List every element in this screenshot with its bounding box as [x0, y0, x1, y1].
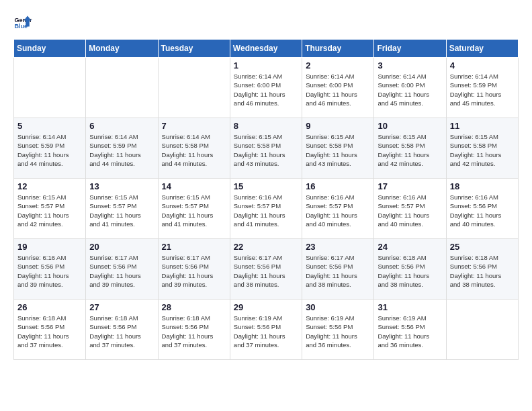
day-details: Sunrise: 6:16 AM Sunset: 5:57 PM Dayligh…	[306, 193, 370, 228]
calendar-cell: 10Sunrise: 6:15 AM Sunset: 5:58 PM Dayli…	[374, 118, 446, 179]
day-number: 12	[17, 181, 82, 191]
day-number: 4	[450, 60, 515, 71]
day-details: Sunrise: 6:15 AM Sunset: 5:58 PM Dayligh…	[378, 132, 442, 168]
day-number: 2	[306, 60, 370, 71]
calendar-cell: 21Sunrise: 6:17 AM Sunset: 5:56 PM Dayli…	[158, 239, 230, 300]
day-number: 7	[162, 121, 226, 131]
day-number: 28	[162, 302, 226, 312]
col-header-saturday: Saturday	[446, 40, 518, 58]
calendar-cell: 24Sunrise: 6:18 AM Sunset: 5:56 PM Dayli…	[374, 239, 446, 300]
calendar-cell: 19Sunrise: 6:16 AM Sunset: 5:56 PM Dayli…	[14, 239, 86, 300]
week-row-1: 1Sunrise: 6:14 AM Sunset: 6:00 PM Daylig…	[14, 58, 519, 118]
day-details: Sunrise: 6:19 AM Sunset: 5:56 PM Dayligh…	[306, 314, 370, 349]
week-row-3: 12Sunrise: 6:15 AM Sunset: 5:57 PM Dayli…	[14, 179, 519, 239]
calendar-cell: 23Sunrise: 6:17 AM Sunset: 5:56 PM Dayli…	[302, 239, 374, 300]
day-number: 13	[89, 181, 154, 191]
day-number: 14	[162, 181, 226, 191]
calendar-cell: 22Sunrise: 6:17 AM Sunset: 5:56 PM Dayli…	[230, 239, 302, 300]
col-header-wednesday: Wednesday	[230, 40, 302, 58]
day-details: Sunrise: 6:15 AM Sunset: 5:58 PM Dayligh…	[306, 132, 370, 168]
calendar-cell: 15Sunrise: 6:16 AM Sunset: 5:57 PM Dayli…	[230, 179, 302, 239]
calendar-cell: 18Sunrise: 6:16 AM Sunset: 5:56 PM Dayli…	[446, 179, 518, 239]
calendar-cell	[158, 58, 230, 118]
day-number: 30	[306, 302, 370, 312]
calendar-cell: 4Sunrise: 6:14 AM Sunset: 5:59 PM Daylig…	[446, 58, 518, 118]
day-details: Sunrise: 6:19 AM Sunset: 5:56 PM Dayligh…	[378, 314, 442, 349]
day-details: Sunrise: 6:14 AM Sunset: 6:00 PM Dayligh…	[378, 72, 442, 107]
day-details: Sunrise: 6:15 AM Sunset: 5:57 PM Dayligh…	[162, 193, 226, 228]
day-number: 9	[306, 121, 370, 131]
page-header: General Blue	[13, 13, 519, 32]
col-header-tuesday: Tuesday	[158, 40, 230, 58]
calendar-cell	[14, 58, 86, 118]
day-details: Sunrise: 6:16 AM Sunset: 5:56 PM Dayligh…	[17, 253, 82, 289]
calendar-cell: 26Sunrise: 6:18 AM Sunset: 5:56 PM Dayli…	[14, 300, 86, 360]
calendar-cell: 29Sunrise: 6:19 AM Sunset: 5:56 PM Dayli…	[230, 300, 302, 360]
calendar-cell: 25Sunrise: 6:18 AM Sunset: 5:56 PM Dayli…	[446, 239, 518, 300]
day-details: Sunrise: 6:14 AM Sunset: 6:00 PM Dayligh…	[306, 72, 370, 107]
day-number: 21	[162, 242, 226, 252]
day-number: 25	[450, 242, 515, 252]
calendar-cell: 14Sunrise: 6:15 AM Sunset: 5:57 PM Dayli…	[158, 179, 230, 239]
day-details: Sunrise: 6:15 AM Sunset: 5:58 PM Dayligh…	[450, 132, 515, 168]
logo: General Blue	[13, 13, 32, 32]
calendar-body: 1Sunrise: 6:14 AM Sunset: 6:00 PM Daylig…	[14, 58, 519, 360]
day-details: Sunrise: 6:14 AM Sunset: 5:59 PM Dayligh…	[17, 132, 82, 168]
day-details: Sunrise: 6:17 AM Sunset: 5:56 PM Dayligh…	[89, 253, 154, 289]
day-details: Sunrise: 6:18 AM Sunset: 5:56 PM Dayligh…	[162, 314, 226, 349]
calendar-cell: 2Sunrise: 6:14 AM Sunset: 6:00 PM Daylig…	[302, 58, 374, 118]
week-row-4: 19Sunrise: 6:16 AM Sunset: 5:56 PM Dayli…	[14, 239, 519, 300]
day-number: 1	[234, 60, 298, 71]
calendar-cell: 17Sunrise: 6:16 AM Sunset: 5:57 PM Dayli…	[374, 179, 446, 239]
col-header-sunday: Sunday	[14, 40, 86, 58]
day-number: 31	[378, 302, 442, 312]
week-row-5: 26Sunrise: 6:18 AM Sunset: 5:56 PM Dayli…	[14, 300, 519, 360]
svg-text:Blue: Blue	[14, 23, 28, 30]
day-details: Sunrise: 6:14 AM Sunset: 5:59 PM Dayligh…	[89, 132, 154, 168]
day-number: 24	[378, 242, 442, 252]
calendar-cell: 12Sunrise: 6:15 AM Sunset: 5:57 PM Dayli…	[14, 179, 86, 239]
calendar-cell: 30Sunrise: 6:19 AM Sunset: 5:56 PM Dayli…	[302, 300, 374, 360]
calendar-table: SundayMondayTuesdayWednesdayThursdayFrid…	[13, 39, 519, 360]
calendar-cell: 7Sunrise: 6:14 AM Sunset: 5:58 PM Daylig…	[158, 118, 230, 179]
day-number: 20	[89, 242, 154, 252]
calendar-cell: 20Sunrise: 6:17 AM Sunset: 5:56 PM Dayli…	[86, 239, 158, 300]
day-details: Sunrise: 6:15 AM Sunset: 5:58 PM Dayligh…	[234, 132, 298, 168]
calendar-cell: 11Sunrise: 6:15 AM Sunset: 5:58 PM Dayli…	[446, 118, 518, 179]
day-number: 27	[89, 302, 154, 312]
calendar-cell: 31Sunrise: 6:19 AM Sunset: 5:56 PM Dayli…	[374, 300, 446, 360]
col-header-friday: Friday	[374, 40, 446, 58]
calendar-header-row: SundayMondayTuesdayWednesdayThursdayFrid…	[14, 40, 519, 58]
day-number: 23	[306, 242, 370, 252]
day-details: Sunrise: 6:14 AM Sunset: 6:00 PM Dayligh…	[234, 72, 298, 107]
day-details: Sunrise: 6:18 AM Sunset: 5:56 PM Dayligh…	[17, 314, 82, 349]
day-number: 5	[17, 121, 82, 131]
day-number: 29	[234, 302, 298, 312]
calendar-cell: 1Sunrise: 6:14 AM Sunset: 6:00 PM Daylig…	[230, 58, 302, 118]
calendar-cell: 27Sunrise: 6:18 AM Sunset: 5:56 PM Dayli…	[86, 300, 158, 360]
calendar-cell: 9Sunrise: 6:15 AM Sunset: 5:58 PM Daylig…	[302, 118, 374, 179]
calendar-cell: 3Sunrise: 6:14 AM Sunset: 6:00 PM Daylig…	[374, 58, 446, 118]
calendar-cell	[86, 58, 158, 118]
day-details: Sunrise: 6:19 AM Sunset: 5:56 PM Dayligh…	[234, 314, 298, 349]
calendar-cell: 6Sunrise: 6:14 AM Sunset: 5:59 PM Daylig…	[86, 118, 158, 179]
week-row-2: 5Sunrise: 6:14 AM Sunset: 5:59 PM Daylig…	[14, 118, 519, 179]
day-details: Sunrise: 6:17 AM Sunset: 5:56 PM Dayligh…	[234, 253, 298, 289]
day-details: Sunrise: 6:16 AM Sunset: 5:57 PM Dayligh…	[378, 193, 442, 228]
day-number: 8	[234, 121, 298, 131]
day-details: Sunrise: 6:16 AM Sunset: 5:56 PM Dayligh…	[450, 193, 515, 228]
day-number: 26	[17, 302, 82, 312]
day-details: Sunrise: 6:17 AM Sunset: 5:56 PM Dayligh…	[162, 253, 226, 289]
col-header-thursday: Thursday	[302, 40, 374, 58]
day-details: Sunrise: 6:16 AM Sunset: 5:57 PM Dayligh…	[234, 193, 298, 228]
day-number: 19	[17, 242, 82, 252]
day-details: Sunrise: 6:17 AM Sunset: 5:56 PM Dayligh…	[306, 253, 370, 289]
col-header-monday: Monday	[86, 40, 158, 58]
day-number: 10	[378, 121, 442, 131]
day-number: 18	[450, 181, 515, 191]
calendar-cell: 13Sunrise: 6:15 AM Sunset: 5:57 PM Dayli…	[86, 179, 158, 239]
day-details: Sunrise: 6:14 AM Sunset: 5:58 PM Dayligh…	[162, 132, 226, 168]
day-details: Sunrise: 6:14 AM Sunset: 5:59 PM Dayligh…	[450, 72, 515, 107]
day-number: 22	[234, 242, 298, 252]
day-number: 17	[378, 181, 442, 191]
